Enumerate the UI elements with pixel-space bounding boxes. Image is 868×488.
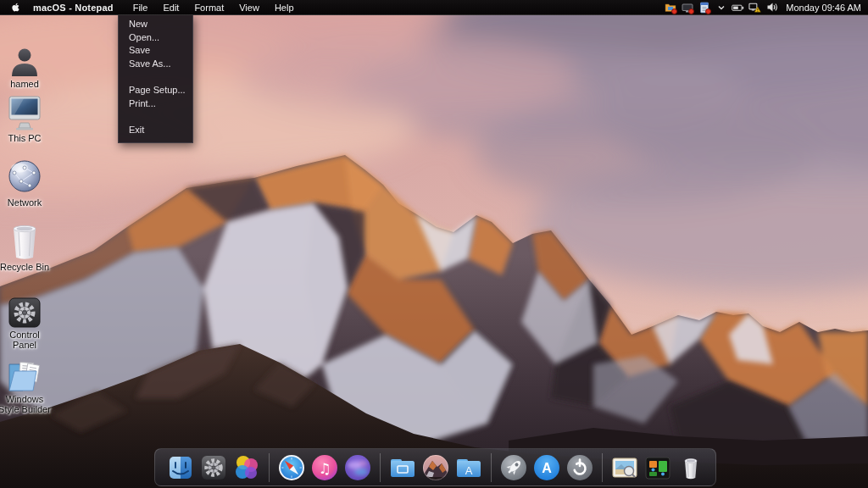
- tray-network-warning-icon[interactable]: [748, 1, 761, 14]
- dock-separator: [380, 453, 381, 482]
- tray-folder-window-icon[interactable]: [664, 1, 676, 14]
- tray-display-window-icon[interactable]: [681, 1, 693, 14]
- desktop-icon-recycle-bin[interactable]: Recycle Bin: [0, 225, 51, 272]
- user-icon: [8, 42, 41, 78]
- dock-game-center-icon[interactable]: [233, 454, 260, 481]
- menu-view[interactable]: View: [231, 0, 267, 14]
- dock-photos-icon[interactable]: [611, 454, 638, 481]
- menu-format[interactable]: Format: [186, 0, 231, 14]
- tray-volume-icon[interactable]: [765, 1, 778, 14]
- dock-itunes-icon[interactable]: ♫: [311, 454, 338, 481]
- menu-item-save[interactable]: Save: [119, 44, 192, 58]
- svg-text:A: A: [542, 461, 552, 475]
- desktop-icon-control-panel[interactable]: Control Panel: [0, 293, 51, 351]
- desktop-icon-network[interactable]: Network: [0, 161, 51, 208]
- dock-separator: [602, 453, 603, 482]
- svg-text:A: A: [465, 464, 472, 477]
- desktop-icon-label: Control Panel: [0, 330, 51, 351]
- desktop-icon-windows-style-builder[interactable]: Windows Style Builder: [0, 358, 51, 415]
- dock-applications-folder-icon[interactable]: A: [455, 454, 482, 481]
- control-panel-gear-icon: [8, 293, 42, 329]
- menu-item-exit[interactable]: Exit: [119, 124, 192, 137]
- desktop-icon-this-pc[interactable]: This PC: [0, 97, 51, 143]
- menu-item-page-setup[interactable]: Page Setup...: [119, 84, 192, 97]
- dock-power-icon[interactable]: [566, 454, 593, 481]
- menu-item-save-as[interactable]: Save As...: [119, 58, 192, 71]
- dock-desktop-pictures-icon[interactable]: [422, 454, 449, 481]
- tray-badge: [688, 8, 694, 14]
- tray-battery-icon[interactable]: [732, 1, 744, 14]
- svg-text:♫: ♫: [318, 460, 331, 477]
- computer-icon: [7, 97, 42, 132]
- dock-siri-icon[interactable]: [344, 454, 371, 481]
- folder-documents-icon: [6, 358, 43, 393]
- recycle-bin-icon: [8, 225, 42, 261]
- dock-window-manager-icon[interactable]: [644, 454, 671, 481]
- menu-item-open[interactable]: Open...: [119, 31, 192, 45]
- dock-system-preferences-icon[interactable]: [200, 454, 227, 481]
- system-tray: Monday 09:46 AM: [664, 1, 868, 14]
- window-title: macOS - Notepad: [33, 3, 114, 13]
- tray-badge: [705, 8, 711, 14]
- menu-item-new[interactable]: New: [119, 18, 192, 31]
- menu-file[interactable]: File: [125, 0, 156, 14]
- tray-notes-window-icon[interactable]: [698, 1, 710, 14]
- network-globe-icon: [6, 161, 43, 197]
- apple-logo-icon[interactable]: [10, 2, 21, 13]
- menu-separator: [119, 70, 192, 84]
- dock-app-store-icon[interactable]: A: [533, 454, 560, 481]
- desktop-icon-hamed[interactable]: hamed: [0, 42, 51, 89]
- dock-safari-icon[interactable]: [278, 454, 305, 481]
- desktop-icon-label: Recycle Bin: [0, 262, 49, 272]
- desktop-icon-label: Windows Style Builder: [0, 394, 51, 415]
- file-dropdown-menu: New Open... Save Save As... Page Setup..…: [118, 14, 193, 143]
- desktop-icon-label: This PC: [8, 133, 41, 143]
- menu-separator: [119, 110, 192, 124]
- tray-expand-chevron-icon[interactable]: [715, 1, 727, 14]
- desktop: macOS - Notepad File Edit Format View He…: [0, 0, 868, 488]
- desktop-icon-label: hamed: [10, 79, 39, 89]
- dock: ♫ A A: [154, 448, 716, 486]
- tray-badge: [671, 8, 677, 14]
- desktop-icon-label: Network: [8, 197, 42, 208]
- menu-edit[interactable]: Edit: [155, 0, 186, 14]
- dock-finder-icon[interactable]: [167, 454, 194, 481]
- dock-launchpad-icon[interactable]: [500, 454, 527, 481]
- dock-trash-icon[interactable]: [677, 454, 704, 481]
- tray-clock[interactable]: Monday 09:46 AM: [786, 3, 861, 13]
- dock-separator: [491, 453, 492, 482]
- menu-help[interactable]: Help: [267, 0, 302, 14]
- menu-bar: macOS - Notepad File Edit Format View He…: [0, 0, 868, 15]
- menu-item-print[interactable]: Print...: [119, 97, 192, 111]
- dock-documents-folder-icon[interactable]: [389, 454, 416, 481]
- dock-separator: [269, 453, 270, 482]
